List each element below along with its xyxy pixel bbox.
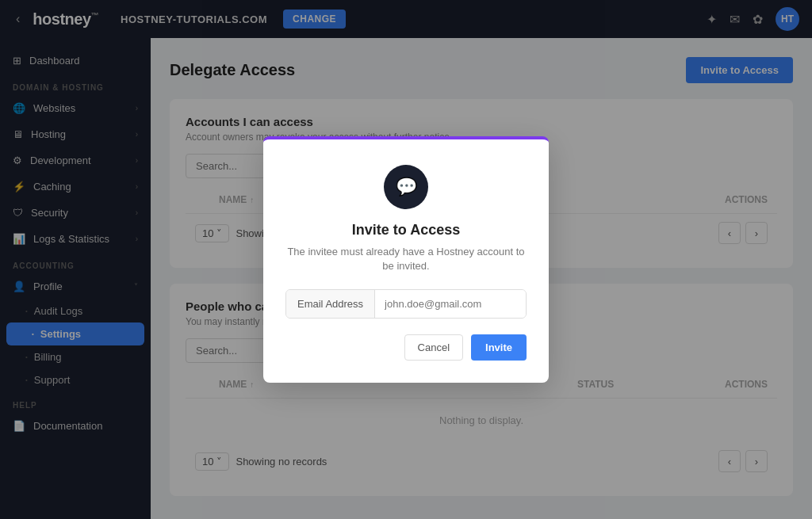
modal-overlay[interactable]: 💬 Invite to Access The invitee must alre… xyxy=(0,0,812,519)
modal-title: Invite to Access xyxy=(285,222,527,239)
invite-button[interactable]: Invite xyxy=(471,334,527,361)
chat-icon: 💬 xyxy=(396,177,417,197)
modal-actions: Cancel Invite xyxy=(285,334,527,361)
email-input[interactable] xyxy=(375,290,527,318)
email-field-container: Email Address xyxy=(285,289,527,319)
email-address-label: Email Address xyxy=(286,290,375,318)
modal-subtitle: The invitee must already have a Hostney … xyxy=(285,245,527,273)
cancel-button[interactable]: Cancel xyxy=(404,334,463,361)
modal-icon: 💬 xyxy=(384,165,428,209)
invite-modal: 💬 Invite to Access The invitee must alre… xyxy=(263,136,549,383)
